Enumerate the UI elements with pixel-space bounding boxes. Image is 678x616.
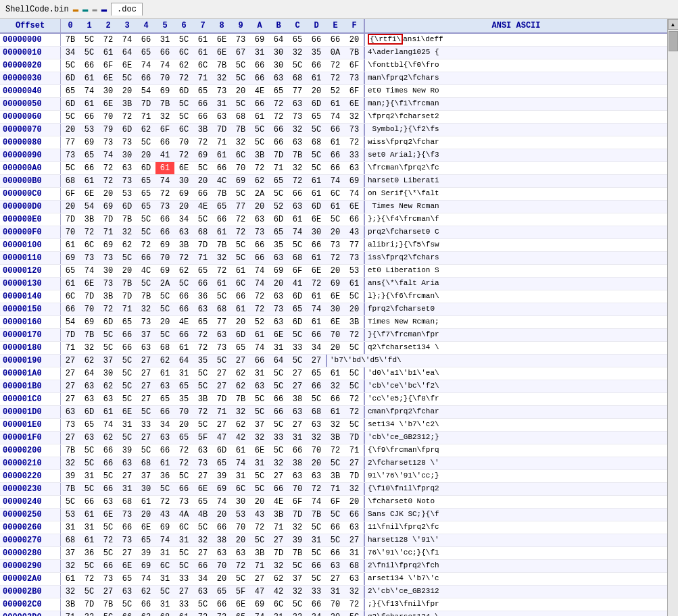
hex-cell[interactable]: 72 <box>326 252 345 264</box>
hex-cell[interactable]: 4E <box>193 201 212 213</box>
hex-cell[interactable]: 65 <box>80 419 99 431</box>
hex-cell[interactable]: 31 <box>269 342 288 354</box>
hex-cell[interactable]: 27 <box>61 432 80 444</box>
hex-cell[interactable]: 5C <box>118 367 137 380</box>
hex-cell[interactable]: 27 <box>137 367 155 380</box>
hex-cell[interactable]: 63 <box>80 393 99 405</box>
hex-cell[interactable]: 5C <box>118 393 137 405</box>
hex-cell[interactable]: 6D <box>118 201 137 213</box>
hex-cell[interactable]: 63 <box>288 470 307 482</box>
hex-cell[interactable]: 7B <box>212 59 231 72</box>
hex-cell[interactable]: 27 <box>288 419 307 431</box>
hex-cell[interactable]: 65 <box>61 265 80 277</box>
hex-cell[interactable]: 6F <box>345 85 364 97</box>
hex-cell[interactable]: 66 <box>326 547 345 559</box>
hex-cell[interactable]: 61 <box>193 34 212 46</box>
hex-cell[interactable]: 61 <box>193 47 212 59</box>
hex-cell[interactable]: 33 <box>174 598 193 611</box>
hex-cell[interactable]: 66 <box>193 111 212 123</box>
hex-cell[interactable]: 65 <box>193 316 212 328</box>
hex-cell[interactable]: 38 <box>212 534 231 546</box>
hex-cell[interactable]: 7D <box>61 213 80 226</box>
hex-cell[interactable]: 66 <box>231 290 250 303</box>
hex-cell[interactable]: 6D <box>137 162 155 174</box>
hex-cell[interactable]: 73 <box>99 252 118 264</box>
hex-cell[interactable]: 33 <box>137 419 155 431</box>
hex-cell[interactable]: 69 <box>155 239 174 251</box>
hex-cell[interactable]: 6D <box>269 213 288 226</box>
hex-cell[interactable]: 37 <box>137 329 155 341</box>
hex-cell[interactable]: 72 <box>269 111 288 123</box>
hex-cell[interactable]: 66 <box>326 124 345 136</box>
hex-cell[interactable]: 61 <box>250 329 269 341</box>
hex-cell[interactable]: 30 <box>99 265 118 277</box>
hex-cell[interactable]: 5C <box>118 380 137 392</box>
hex-cell[interactable]: 5C <box>231 72 250 84</box>
hex-cell[interactable]: 71 <box>345 444 364 457</box>
hex-cell[interactable]: 72 <box>345 329 364 341</box>
hex-cell[interactable]: 37 <box>250 419 269 431</box>
hex-cell[interactable]: 74 <box>250 265 269 277</box>
hex-cell[interactable]: 72 <box>174 72 193 84</box>
hex-cell[interactable]: 47 <box>250 586 269 598</box>
hex-cell[interactable]: 61 <box>345 278 364 290</box>
hex-cell[interactable]: 65 <box>212 201 231 213</box>
hex-cell[interactable]: 27 <box>288 367 307 380</box>
hex-cell[interactable]: 6C <box>193 59 212 72</box>
hex-cell[interactable]: 72 <box>269 98 288 110</box>
hex-cell[interactable]: 65 <box>193 265 212 277</box>
hex-cell[interactable]: 31 <box>250 47 269 59</box>
hex-cell[interactable]: 20 <box>326 226 345 238</box>
hex-cell[interactable]: 27 <box>61 393 80 405</box>
hex-cell[interactable]: 61 <box>155 367 174 380</box>
hex-cell[interactable]: 39 <box>118 444 137 457</box>
hex-cell[interactable]: 65 <box>118 316 137 328</box>
hex-cell[interactable]: 6C <box>61 290 80 303</box>
hex-cell[interactable]: 35 <box>307 47 326 59</box>
hex-cell[interactable]: 62 <box>99 380 118 392</box>
hex-cell[interactable]: 70 <box>288 483 307 495</box>
hex-cell[interactable]: 74 <box>307 496 326 508</box>
hex-cell[interactable]: 7B <box>137 290 155 303</box>
hex-cell[interactable]: 63 <box>174 226 193 238</box>
hex-cell[interactable]: 5C <box>231 252 250 264</box>
hex-cell[interactable]: 32 <box>345 586 364 598</box>
hex-cell[interactable]: 66 <box>345 213 364 226</box>
hex-cell[interactable]: 71 <box>193 252 212 264</box>
hex-cell[interactable]: 5C <box>174 547 193 559</box>
hex-cell[interactable]: 5C <box>307 547 326 559</box>
hex-cell[interactable]: 27 <box>61 355 80 367</box>
hex-cell[interactable]: 63 <box>288 201 307 213</box>
hex-cell[interactable]: 5C <box>155 290 174 303</box>
hex-cell[interactable]: 7D <box>80 290 99 303</box>
hex-cell[interactable]: 65 <box>193 496 212 508</box>
hex-cell[interactable]: 27 <box>174 586 193 598</box>
hex-cell[interactable]: 4E <box>250 85 269 97</box>
hex-cell[interactable]: 7D <box>269 149 288 161</box>
hex-cell[interactable]: 62 <box>231 367 250 380</box>
hex-cell[interactable]: 71 <box>326 483 345 495</box>
hex-cell[interactable]: 74 <box>250 611 269 616</box>
hex-cell[interactable]: 20 <box>174 419 193 431</box>
hex-cell[interactable]: 27 <box>212 367 231 380</box>
hex-cell[interactable]: 3B <box>326 432 345 444</box>
hex-cell[interactable]: 5C <box>61 162 80 174</box>
hex-cell[interactable]: 74 <box>80 85 99 97</box>
hex-cell[interactable]: 31 <box>118 419 137 431</box>
hex-cell[interactable]: 72 <box>99 162 118 174</box>
hex-cell[interactable]: 20 <box>118 265 137 277</box>
hex-cell[interactable]: 37 <box>61 547 80 559</box>
hex-cell[interactable]: 5C <box>269 419 288 431</box>
hex-cell[interactable]: 72 <box>99 534 118 546</box>
scroll-thumb[interactable] <box>669 31 678 51</box>
hex-cell[interactable]: 5C <box>250 393 269 405</box>
hex-cell[interactable]: 72 <box>250 290 269 303</box>
hex-cell[interactable]: 61 <box>307 72 326 84</box>
hex-cell[interactable]: 5C <box>345 419 364 431</box>
hex-cell[interactable]: 68 <box>212 303 231 315</box>
hex-cell[interactable]: 5C <box>307 573 326 585</box>
hex-cell[interactable]: 68 <box>307 136 326 149</box>
hex-cell[interactable]: 43 <box>155 509 174 521</box>
hex-cell[interactable]: 3B <box>193 124 212 136</box>
hex-cell[interactable]: 62 <box>269 573 288 585</box>
